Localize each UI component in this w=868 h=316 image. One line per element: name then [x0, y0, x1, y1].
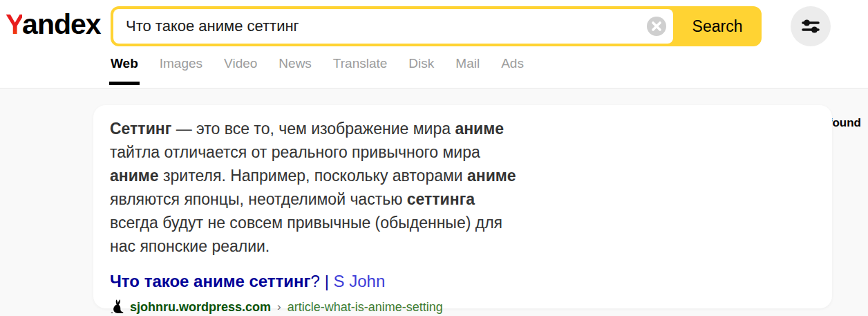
- search-input[interactable]: [113, 9, 673, 44]
- search-settings-button[interactable]: [791, 6, 831, 46]
- tab-news[interactable]: News: [279, 56, 312, 85]
- search-header: Yandex Search: [0, 0, 868, 89]
- tab-disk[interactable]: Disk: [408, 56, 434, 85]
- tab-video[interactable]: Video: [224, 56, 257, 85]
- search-input-wrap: [113, 9, 673, 44]
- result-url-line: sjohnru.wordpress.com › article-what-is-…: [110, 299, 811, 315]
- sliders-icon: [800, 17, 822, 36]
- clear-search-button[interactable]: [646, 16, 667, 37]
- tab-images[interactable]: Images: [160, 56, 202, 85]
- yandex-logo-y: Y: [6, 8, 22, 40]
- result-domain[interactable]: sjohnru.wordpress.com: [130, 300, 271, 315]
- rabbit-icon: [110, 299, 124, 315]
- x-circle-icon: [646, 16, 667, 37]
- result-path[interactable]: article-what-is-anime-setting: [287, 300, 443, 315]
- tab-translate[interactable]: Translate: [333, 56, 388, 85]
- yandex-logo[interactable]: Yandex: [6, 7, 101, 41]
- tab-mail[interactable]: Mail: [455, 56, 480, 85]
- results-area: 8 million results found Сеттинг — это вс…: [0, 89, 868, 316]
- tab-ads[interactable]: Ads: [501, 56, 524, 85]
- tab-web[interactable]: Web: [111, 56, 138, 85]
- breadcrumb-separator: ›: [277, 300, 281, 314]
- search-bar: Search: [111, 6, 762, 46]
- search-button[interactable]: Search: [673, 6, 762, 46]
- result-snippet: Сеттинг — это все то, чем изображение ми…: [110, 117, 525, 258]
- search-type-tabs: Web Images Video News Translate Disk Mai…: [111, 56, 524, 85]
- yandex-logo-rest: andex: [22, 8, 101, 40]
- result-title-link[interactable]: Что такое аниме сеттинг? | S John: [110, 272, 385, 291]
- search-result-card: Сеттинг — это все то, чем изображение ми…: [93, 105, 832, 308]
